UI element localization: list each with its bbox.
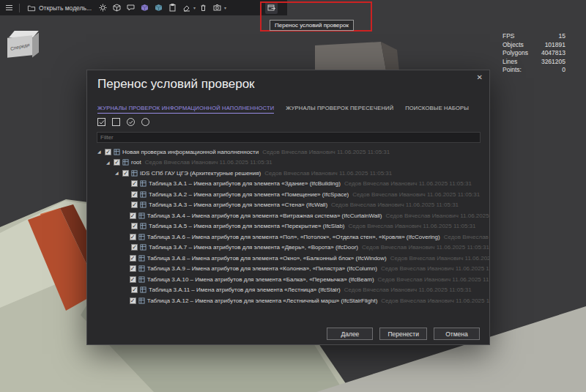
checkbox[interactable] (131, 180, 138, 187)
tree-row[interactable]: ◢ IDS СПб ГАУ ЦГЭ (Архитектурные решения… (88, 168, 489, 179)
node-icon (138, 265, 145, 272)
tree-row-label: Таблица 3.А.4 – Имена атрибутов для элем… (147, 212, 382, 219)
tree-row[interactable]: ◢ Таблица 3.А.7 – Имена атрибутов для эл… (88, 243, 489, 254)
node-icon (131, 170, 138, 177)
checkbox[interactable] (130, 255, 136, 262)
uncheck-circle-icon[interactable] (140, 117, 151, 127)
stat-row: Points: 0 (502, 66, 565, 75)
next-button[interactable]: Далее (327, 328, 373, 340)
tree-row[interactable]: ◢ Таблица 3.А.5 – Имена атрибутов для эл… (88, 221, 489, 232)
node-icon (138, 255, 145, 262)
checkbox[interactable] (130, 297, 136, 304)
trash-icon[interactable] (197, 1, 209, 14)
tree-row[interactable]: ◢ Таблица 3.А.1 – Имена атрибутов для эл… (88, 179, 489, 190)
tree-row[interactable]: ◢ Таблица 3.А.2 – Имена атрибутов для эл… (88, 189, 489, 200)
cube-purple-icon[interactable] (138, 1, 151, 14)
comments-icon[interactable] (125, 1, 137, 14)
node-icon (140, 180, 146, 187)
tree-row[interactable]: ◢ Новая проверка информационной наполнен… (88, 147, 489, 158)
checkbox[interactable] (130, 265, 136, 272)
expander-icon[interactable]: ◢ (106, 160, 111, 165)
dialog-title: Перенос условий проверок (97, 77, 255, 92)
check-circle-icon[interactable] (125, 117, 136, 127)
stat-row: Polygons 4047813 (502, 49, 565, 58)
checkbox[interactable] (131, 286, 138, 293)
tab-0[interactable]: ЖУРНАЛЫ ПРОВЕРОК ИНФОРМАЦИОННОЙ НАПОЛНЕН… (97, 105, 274, 114)
close-icon[interactable]: ✕ (477, 73, 483, 81)
tree-row[interactable]: ◢ Таблица 3.А.6 – Имена атрибутов для эл… (88, 232, 489, 243)
toolbar-separator (19, 4, 20, 12)
tree-row-label: root (131, 159, 141, 166)
dialog-buttons: ДалееПеренестиОтмена (327, 328, 480, 340)
node-icon (122, 159, 129, 166)
stat-row: Lines 3261205 (502, 58, 565, 67)
stat-label: Points: (502, 66, 522, 75)
checkbox[interactable] (130, 234, 136, 240)
tree-row-meta: Седов Вячеслав Иванович 11.06.2025 11:05… (381, 297, 489, 304)
tab-1[interactable]: ЖУРНАЛЫ ПРОВЕРОК ПЕРЕСЕЧЕНИЙ (286, 105, 393, 114)
stat-value: 0 (562, 66, 565, 75)
expander-icon[interactable]: ◢ (97, 149, 103, 154)
node-icon (138, 297, 145, 304)
checkbox[interactable] (114, 159, 120, 166)
checkbox[interactable] (130, 212, 136, 219)
tree-row[interactable]: ◢ Таблица 3.А.11 – Имена атрибутов для э… (88, 285, 489, 296)
selection-toolbar (96, 117, 151, 127)
cancel-button[interactable]: Отмена (434, 328, 480, 340)
tree-row-meta: Седов Вячеслав Иванович 11.06.2025 11:05… (349, 223, 476, 229)
tab-2[interactable]: ПОИСКОВЫЕ НАБОРЫ (405, 105, 469, 114)
dialog-tabs: ЖУРНАЛЫ ПРОВЕРОК ИНФОРМАЦИОННОЙ НАПОЛНЕН… (97, 105, 469, 114)
node-icon (138, 212, 145, 219)
node-icon (138, 234, 145, 240)
camera-icon[interactable] (211, 1, 223, 14)
tree-row-meta: Седов Вячеслав Иванович 11.06.2025 11:05… (344, 286, 472, 293)
expander-icon[interactable]: ◢ (115, 171, 120, 175)
view-cube[interactable]: Спереди (7, 29, 42, 64)
clipboard-icon[interactable] (166, 1, 179, 14)
eraser-dropdown-icon[interactable]: ▾ (193, 5, 196, 10)
cube-teal-icon[interactable] (152, 1, 165, 14)
view-cube-side-face[interactable] (32, 32, 39, 57)
eraser-icon[interactable] (180, 1, 193, 14)
checkbox[interactable] (131, 201, 138, 208)
checkbox[interactable] (122, 170, 129, 177)
checkbox[interactable] (131, 223, 138, 229)
checkbox[interactable] (130, 276, 136, 283)
tree-row-meta: Седов Вячеслав Иванович 11.06.2025 11:05… (390, 255, 489, 262)
transfer-button[interactable]: Перенести (379, 328, 427, 340)
node-icon (140, 201, 146, 208)
view-cube-front-face[interactable]: Спереди (7, 35, 32, 58)
tree-row[interactable]: ◢ root Седов Вячеслав Иванович 11.06.202… (88, 158, 489, 169)
checkbox[interactable] (131, 244, 138, 251)
stat-label: Lines (502, 58, 517, 67)
tree-row-label: Таблица 3.А.8 – Имена атрибутов для элем… (147, 255, 387, 262)
tree-row-label: Таблица 3.А.1 – Имена атрибутов для элем… (149, 180, 341, 187)
checkbox[interactable] (131, 191, 138, 198)
transfer-checks-tooltip: Перенос условий проверок (270, 20, 354, 31)
tree-row[interactable]: ◢ Таблица 3.А.8 – Имена атрибутов для эл… (88, 253, 489, 264)
tree-row-meta: Седов Вячеслав Иванович 11.06.2025 11:05… (378, 276, 489, 283)
node-icon (140, 223, 146, 229)
tree-row[interactable]: ◢ Таблица 3.А.12 – Имена атрибутов для э… (88, 295, 489, 306)
uncheck-all-icon[interactable] (111, 117, 122, 127)
menu-icon[interactable] (3, 1, 15, 14)
open-model-label: Открыть модель... (39, 4, 92, 12)
checkbox[interactable] (105, 149, 111, 155)
tree-row-meta: Седов Вячеслав Иванович 11.06.2025 11:05… (381, 265, 489, 272)
filter-input[interactable] (97, 132, 481, 143)
check-all-icon[interactable] (96, 117, 107, 127)
main-toolbar: Открыть модель... ▾ ▾ (0, 0, 287, 15)
tree-row-meta: Седов Вячеслав Иванович 11.06.2025 11:05… (264, 170, 392, 177)
package-icon[interactable] (111, 1, 123, 14)
tree-row[interactable]: ◢ Таблица 3.А.3 – Имена атрибутов для эл… (88, 200, 489, 211)
tree-row[interactable]: ◢ Таблица 3.А.4 – Имена атрибутов для эл… (88, 210, 489, 221)
tree-row[interactable]: ◢ Таблица 3.А.10 – Имена атрибутов для э… (88, 274, 489, 285)
node-icon (140, 244, 146, 251)
camera-dropdown-icon[interactable]: ▾ (224, 5, 226, 10)
open-model-button[interactable]: Открыть модель... (23, 1, 95, 14)
tree-row-meta: Седов Вячеслав Иванович 11.06.2025 11:05… (385, 212, 489, 219)
tree-row[interactable]: ◢ Таблица 3.А.9 – Имена атрибутов для эл… (88, 264, 489, 275)
gear-icon[interactable] (97, 1, 109, 14)
transfer-checks-icon[interactable] (265, 1, 278, 14)
tree-row-label: IDS СПб ГАУ ЦГЭ (Архитектурные решения) (140, 170, 261, 177)
